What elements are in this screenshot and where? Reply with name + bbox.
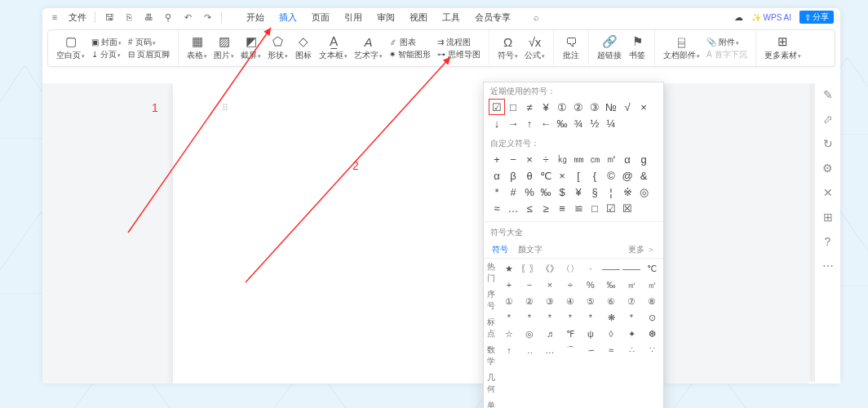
custom-symbol[interactable]: ≡ xyxy=(554,200,570,216)
grid-symbol[interactable]: * xyxy=(582,310,599,325)
category-item[interactable]: 热门 xyxy=(484,259,498,286)
recent-symbol[interactable]: ‰ xyxy=(554,115,570,131)
custom-symbol[interactable]: □ xyxy=(587,200,603,216)
docparts-button[interactable]: ⌸文档部件 xyxy=(660,35,703,61)
grid-symbol[interactable]: * xyxy=(623,310,640,325)
custom-symbol[interactable]: ☒ xyxy=(619,200,636,216)
bookmark-button[interactable]: ⚑书签 xyxy=(625,35,649,61)
grid-symbol[interactable]: ↑ xyxy=(501,343,517,357)
hamburger-icon[interactable]: ≡ xyxy=(49,11,60,23)
custom-symbol[interactable]: α xyxy=(619,151,636,167)
grid-symbol[interactable]: ◎ xyxy=(521,326,538,341)
recent-symbol[interactable]: ¾ xyxy=(570,115,587,131)
hyperlink-button[interactable]: 🔗超链接 xyxy=(594,35,625,61)
grid-symbol[interactable]: —— xyxy=(623,261,640,276)
grid-symbol[interactable]: —— xyxy=(603,261,619,276)
custom-symbol[interactable]: ¥ xyxy=(570,184,587,200)
wps-ai-button[interactable]: ✨WPS AI xyxy=(751,13,791,22)
grid-symbol[interactable]: * xyxy=(521,310,538,325)
custom-symbol[interactable]: + xyxy=(489,151,505,167)
grid-symbol[interactable]: ② xyxy=(521,294,538,308)
grid-symbol[interactable]: ❆ xyxy=(644,326,660,341)
chart-button[interactable]: ⫽ 图表 xyxy=(389,37,431,48)
grid-symbol[interactable]: ‰ xyxy=(603,277,619,292)
more-assets-button[interactable]: ⊞更多素材 xyxy=(761,35,804,61)
pagenum-button[interactable]: # 页码 xyxy=(128,37,170,48)
custom-symbol[interactable]: & xyxy=(636,167,652,184)
save-icon[interactable]: 🖫 xyxy=(104,11,115,23)
tab-insert[interactable]: 插入 xyxy=(279,11,297,24)
recent-symbol[interactable]: → xyxy=(505,115,521,131)
custom-symbol[interactable]: { xyxy=(587,167,603,184)
custom-symbol[interactable]: β xyxy=(505,167,521,184)
cloud-icon[interactable]: ☁ xyxy=(734,12,743,23)
tab-member[interactable]: 会员专享 xyxy=(475,11,511,24)
print-preview-icon[interactable]: ⎘ xyxy=(123,11,135,23)
grid-symbol[interactable]: 《》 xyxy=(542,261,558,276)
grid-symbol[interactable]: − xyxy=(521,277,538,292)
more-icon[interactable]: ⋯ xyxy=(822,259,834,273)
grid-symbol[interactable]: * xyxy=(562,310,578,325)
grid-symbol[interactable]: ‥ xyxy=(521,343,538,357)
tab-view[interactable]: 视图 xyxy=(410,11,427,24)
tab-tools[interactable]: 工具 xyxy=(442,11,460,24)
grid-symbol[interactable]: ❋ xyxy=(603,310,619,325)
grid-symbol[interactable]: ÷ xyxy=(562,277,578,292)
blank-page-button[interactable]: ▢空白页 xyxy=(53,35,88,61)
custom-symbol[interactable]: ℃ xyxy=(538,167,554,184)
grid-symbol[interactable]: ψ xyxy=(582,326,599,341)
cursor-icon[interactable]: ⬀ xyxy=(823,113,833,126)
custom-symbol[interactable]: ¦ xyxy=(603,184,619,200)
file-menu[interactable]: 文件 xyxy=(69,11,86,24)
custom-symbol[interactable]: ≈ xyxy=(489,200,505,216)
recent-symbol[interactable]: ≠ xyxy=(521,99,538,115)
pencil-icon[interactable]: ✎ xyxy=(823,88,833,101)
recent-symbol[interactable]: ¼ xyxy=(603,115,619,131)
grid-symbol[interactable]: ≈ xyxy=(603,343,619,357)
custom-symbol[interactable]: θ xyxy=(521,167,538,184)
tools-icon[interactable]: ✕ xyxy=(823,186,833,199)
custom-symbol[interactable]: ㎡ xyxy=(603,151,619,167)
grid-symbol[interactable]: ★ xyxy=(501,261,517,276)
comment-button[interactable]: 🗨批注 xyxy=(559,35,583,61)
shape-button[interactable]: ⬠形状 xyxy=(264,35,291,61)
grid-symbol[interactable]: + xyxy=(501,277,517,292)
headerfooter-button[interactable]: ⊟ 页眉页脚 xyxy=(128,49,170,60)
custom-symbol[interactable]: % xyxy=(521,184,538,200)
table-button[interactable]: ▦表格 xyxy=(184,35,210,61)
grid-symbol[interactable]: ✦ xyxy=(623,326,640,341)
custom-symbol[interactable]: ☑ xyxy=(603,200,619,216)
grid-symbol[interactable]: ∽ xyxy=(582,343,599,357)
grid-symbol[interactable]: ⌒ xyxy=(562,343,578,357)
custom-symbol[interactable]: × xyxy=(521,151,538,167)
grid-symbol[interactable]: ∵ xyxy=(644,343,660,357)
attachment-button[interactable]: 📎 附件 xyxy=(706,37,747,48)
link-icon[interactable]: ⚙ xyxy=(822,162,833,175)
picture-button[interactable]: ▨图片 xyxy=(210,35,237,61)
document-canvas[interactable]: ⠿ xyxy=(42,83,809,384)
custom-symbol[interactable]: ㎝ xyxy=(587,151,603,167)
grid-symbol[interactable]: ㎡ xyxy=(623,277,640,292)
drag-handle-icon[interactable]: ⠿ xyxy=(222,103,227,113)
grid-symbol[interactable]: × xyxy=(542,277,558,292)
tab-reference[interactable]: 引用 xyxy=(344,11,362,24)
grid-symbol[interactable]: ① xyxy=(501,294,517,308)
category-item[interactable]: 几何 xyxy=(484,370,498,397)
custom-symbol[interactable]: ≤ xyxy=(521,200,538,216)
custom-symbol[interactable]: ≥ xyxy=(538,200,554,216)
grid-symbol[interactable]: * xyxy=(501,310,517,325)
grid-symbol[interactable]: ㎥ xyxy=(644,277,660,292)
eye-icon[interactable]: ⊞ xyxy=(823,211,833,224)
grid-symbol[interactable]: ⊙ xyxy=(644,310,660,325)
custom-symbol[interactable]: × xyxy=(554,167,570,184)
grid-symbol[interactable]: · xyxy=(582,261,599,276)
category-item[interactable]: 标点 xyxy=(484,314,498,342)
recent-symbol[interactable]: □ xyxy=(505,99,521,115)
grid-symbol[interactable]: ③ xyxy=(542,294,558,308)
custom-symbol[interactable]: # xyxy=(505,184,521,200)
grid-symbol[interactable]: 〈〉 xyxy=(562,261,578,276)
cover-button[interactable]: ▣ 封面 xyxy=(91,37,122,48)
custom-symbol[interactable]: α xyxy=(489,167,505,184)
recent-symbol[interactable]: № xyxy=(603,99,619,115)
custom-symbol[interactable]: © xyxy=(603,167,619,184)
